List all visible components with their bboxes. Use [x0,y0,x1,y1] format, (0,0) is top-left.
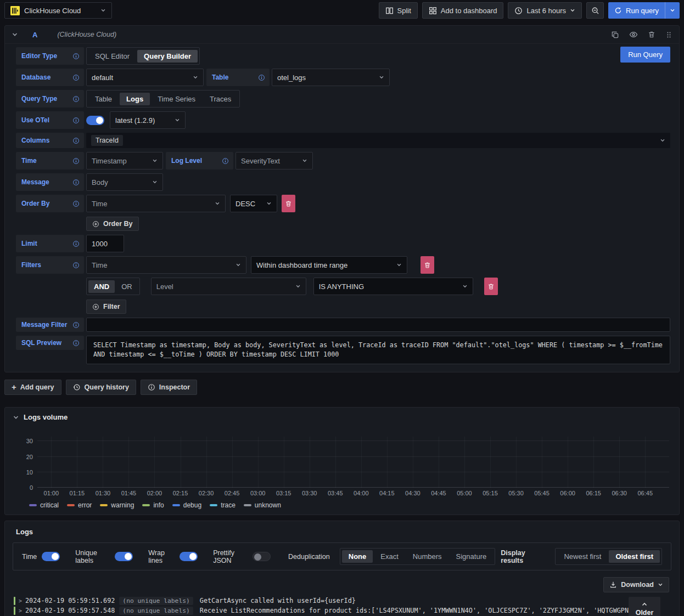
order-by-direction-select[interactable]: DESC [230,195,277,212]
inspector-button[interactable]: Inspector [141,380,197,395]
display-oldest-first[interactable]: Oldest first [609,550,660,563]
legend-item-warning[interactable]: warning [100,501,134,509]
legend-label: unknown [255,501,281,509]
add-to-dashboard-button[interactable]: Add to dashboard [422,2,504,19]
info-icon[interactable] [72,74,80,81]
logs-title: Logs [16,528,671,536]
x-axis-tick-label: 02:45 [225,490,240,496]
editor-type-sql-editor[interactable]: SQL Editor [88,50,136,63]
remove-filter1-button[interactable] [421,256,434,274]
table-select[interactable]: otel_logs [272,69,390,86]
legend-item-error[interactable]: error [67,501,92,509]
info-icon[interactable] [72,53,80,60]
filter-bool-or[interactable]: OR [116,280,138,293]
logs-volume-chart[interactable]: 0102030 [37,437,669,488]
remove-filter2-button[interactable] [484,278,498,295]
dedup-signature[interactable]: Signature [450,550,494,563]
x-axis-tick-label: 06:45 [637,490,653,496]
query-history-label: Query history [85,383,129,391]
query-type-table[interactable]: Table [88,93,119,105]
info-icon[interactable] [72,117,80,124]
time-range-picker[interactable]: Last 6 hours [508,2,582,19]
collapse-chevron-icon[interactable] [12,31,18,38]
info-icon[interactable] [72,262,80,269]
run-query-caret[interactable] [665,2,680,19]
zoom-out-button[interactable] [586,2,604,19]
add-order-by-button[interactable]: Order By [86,217,139,231]
unique-labels-toggle[interactable] [115,552,133,561]
time-toggle-label: Time [22,553,37,561]
display-results-group: Newest first Oldest first [555,548,662,565]
clickhouse-logo-icon [10,6,20,15]
run-query-button[interactable]: Run query [608,2,665,19]
query-type-traces[interactable]: Traces [203,93,238,105]
message-column-select[interactable]: Body [86,173,163,191]
split-button[interactable]: Split [379,2,418,19]
chevron-down-icon [670,8,675,13]
log-row[interactable]: >2024-02-19 05:59:57.548(no unique label… [13,606,671,615]
download-button[interactable]: Download [603,577,669,592]
remove-query-trash-icon[interactable] [648,31,655,38]
expand-chevron-icon[interactable]: > [19,598,25,604]
legend-item-unknown[interactable]: unknown [244,501,281,509]
limit-input[interactable] [86,235,124,252]
filter-bool-and[interactable]: AND [88,280,115,293]
database-select[interactable]: default [86,69,204,86]
remove-order-by-button[interactable] [282,195,295,212]
add-query-button[interactable]: + Add query [4,380,61,395]
columns-multiselect[interactable]: TraceId [86,133,670,148]
info-icon[interactable] [222,157,229,165]
legend-label: critical [40,501,59,509]
info-icon[interactable] [72,179,80,186]
legend-item-trace[interactable]: trace [210,501,236,509]
filter2-field-select[interactable]: Level [151,278,306,295]
columns-chip-traceid[interactable]: TraceId [91,135,123,146]
order-by-field-select[interactable]: Time [86,195,226,212]
legend-item-debug[interactable]: debug [172,501,201,509]
message-filter-label: Message Filter [16,318,84,332]
add-filter-button[interactable]: Filter [86,299,126,314]
log-row[interactable]: >2024-02-19 05:59:51.692(no unique label… [13,596,671,606]
filter1-operator-select[interactable]: Within dashboard time range [251,256,407,274]
query-type-logs[interactable]: Logs [120,93,150,105]
dedup-none[interactable]: None [342,550,373,563]
collapse-chevron-icon[interactable] [13,414,19,421]
filter2-operator-select[interactable]: IS ANYTHING [313,278,473,295]
info-icon[interactable] [72,321,80,329]
info-icon[interactable] [72,340,80,347]
filter1-field-select[interactable]: Time [86,256,246,274]
dedup-numbers[interactable]: Numbers [406,550,448,563]
info-icon[interactable] [72,95,80,103]
builder-run-query-button[interactable]: Run Query [620,47,670,63]
time-toggle[interactable] [42,552,60,561]
legend-item-info[interactable]: info [142,501,164,509]
log-level-select[interactable]: SeverityText [236,152,313,169]
duplicate-query-icon[interactable] [611,31,619,39]
wrap-lines-toggle[interactable] [180,552,198,561]
info-icon[interactable] [72,240,80,247]
logs-panel: Logs Time Unique labels Wrap lines Prett… [4,521,680,616]
query-row-header[interactable]: A (ClickHouse Cloud) [5,26,679,44]
message-filter-input[interactable] [86,318,670,332]
info-icon[interactable] [72,157,80,165]
display-newest-first[interactable]: Newest first [557,550,608,563]
editor-type-query-builder[interactable]: Query Builder [137,50,198,63]
use-otel-toggle[interactable] [86,116,104,125]
legend-item-critical[interactable]: critical [29,501,59,509]
prettify-json-toggle[interactable] [253,552,271,561]
hide-query-eye-icon[interactable] [629,30,638,39]
datasource-picker[interactable]: ClickHouse Cloud [4,2,112,19]
query-type-time-series[interactable]: Time Series [151,93,202,105]
query-history-button[interactable]: Query history [66,380,136,395]
info-icon[interactable] [72,137,80,144]
otel-version-select[interactable]: latest (1.2.9) [110,111,186,129]
dedup-exact[interactable]: Exact [374,550,405,563]
editor-type-group: SQL Editor Query Builder [86,47,200,65]
drag-handle-icon[interactable] [665,31,672,38]
info-icon[interactable] [72,200,80,207]
time-column-select[interactable]: Timestamp [86,152,163,169]
older-logs-button[interactable]: Older logs [629,597,660,616]
expand-chevron-icon[interactable]: > [19,608,25,614]
info-icon[interactable] [258,74,265,81]
run-query-split-button[interactable]: Run query [608,2,680,19]
